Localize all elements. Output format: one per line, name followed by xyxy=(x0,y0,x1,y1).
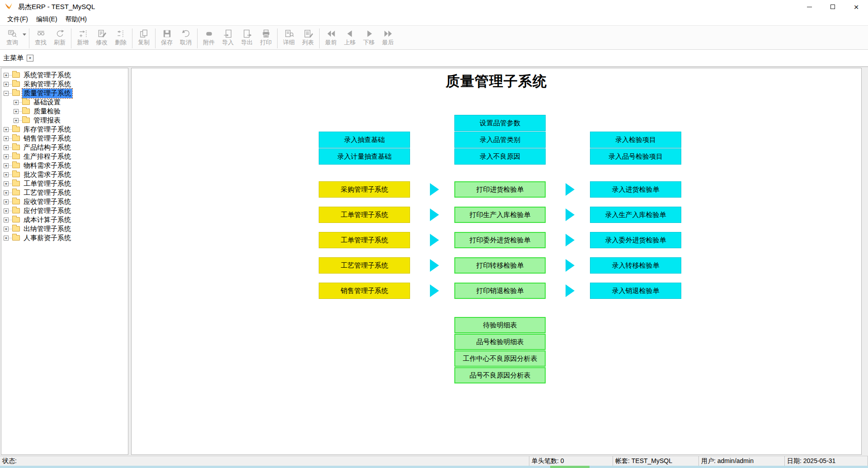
tree-expander[interactable]: + xyxy=(4,208,9,213)
report-button[interactable]: 待验明细表 xyxy=(454,317,546,333)
tree-item[interactable]: +应付管理子系统 xyxy=(1,206,128,215)
toolbar-button-first[interactable]: 最前 xyxy=(321,28,340,46)
menu-item-help[interactable]: 帮助(H) xyxy=(61,14,91,25)
tab-close-icon[interactable]: × xyxy=(27,55,33,61)
toolbar-button-last[interactable]: 最后 xyxy=(378,28,397,46)
flow-arrow-icon xyxy=(566,183,575,196)
config-button[interactable]: 录入计量抽查基础 xyxy=(319,148,410,165)
entry-button[interactable]: 录入销退检验单 xyxy=(590,283,681,299)
toolbar-button-undo[interactable]: 取消 xyxy=(176,28,195,46)
report-button[interactable]: 品号不良原因分析表 xyxy=(454,367,546,383)
tree-connector xyxy=(9,84,12,85)
toolbar-button-find[interactable]: 查找 xyxy=(31,28,50,46)
toolbar-button-attachment[interactable]: 附件 xyxy=(199,28,218,46)
config-button[interactable]: 录入不良原因 xyxy=(454,148,546,165)
tree-item[interactable]: +生产排程子系统 xyxy=(1,152,128,161)
toolbar-button-edit[interactable]: 修改 xyxy=(92,28,111,46)
tree-expander[interactable]: + xyxy=(4,127,9,132)
tree-expander[interactable]: + xyxy=(4,190,9,195)
tree-item[interactable]: +基础设置 xyxy=(1,98,128,107)
tab-main-menu[interactable]: 主菜单 × xyxy=(3,54,33,62)
tree-expander[interactable]: + xyxy=(4,163,9,168)
tree-expander[interactable]: + xyxy=(14,100,19,105)
source-subsystem-button[interactable]: 工单管理子系统 xyxy=(319,207,410,223)
toolbar-button-list[interactable]: 列表 xyxy=(298,28,317,46)
config-button[interactable]: 录入抽查基础 xyxy=(319,132,410,148)
tree-item[interactable]: +库存管理子系统 xyxy=(1,125,128,134)
config-button[interactable]: 设置品管参数 xyxy=(454,115,546,131)
print-button[interactable]: 打印进货检验单 xyxy=(454,181,546,198)
tree-item[interactable]: +批次需求子系统 xyxy=(1,170,128,179)
tree-item[interactable]: +物料需求子系统 xyxy=(1,161,128,170)
report-button[interactable]: 工作中心不良原因分析表 xyxy=(454,350,546,367)
tree-item[interactable]: +产品结构子系统 xyxy=(1,143,128,152)
tree-expander[interactable]: + xyxy=(4,145,9,150)
tree-item[interactable]: +系统管理子系统 xyxy=(1,71,128,80)
toolbar-button-delete[interactable]: 删除 xyxy=(111,28,130,46)
source-subsystem-button[interactable]: 工艺管理子系统 xyxy=(319,257,410,274)
flow-arrow-icon xyxy=(430,208,439,221)
toolbar-button-save[interactable]: 保存 xyxy=(157,28,176,46)
tree-item[interactable]: +工艺管理子系统 xyxy=(1,188,128,197)
entry-button[interactable]: 录入进货检验单 xyxy=(590,181,681,198)
flow-arrow-icon xyxy=(566,284,575,297)
source-subsystem-button[interactable]: 销售管理子系统 xyxy=(319,283,410,299)
print-button[interactable]: 打印生产入库检验单 xyxy=(454,207,546,223)
tree-item-label: 库存管理子系统 xyxy=(22,125,72,134)
tree-item[interactable]: −质量管理子系统 xyxy=(1,89,128,98)
tree-item[interactable]: +出纳管理子系统 xyxy=(1,224,128,233)
entry-button[interactable]: 录入转移检验单 xyxy=(590,257,681,274)
tree-expander[interactable]: + xyxy=(4,199,9,204)
folder-icon xyxy=(12,90,20,96)
tree-expander[interactable]: + xyxy=(4,172,9,177)
toolbar-button-add[interactable]: 新增 xyxy=(73,28,92,46)
tree-expander[interactable]: − xyxy=(4,91,9,96)
tree-item[interactable]: +人事薪资子系统 xyxy=(1,233,128,242)
source-subsystem-button[interactable]: 工单管理子系统 xyxy=(319,232,410,248)
source-subsystem-button[interactable]: 采购管理子系统 xyxy=(319,181,410,198)
toolbar-button-move-down[interactable]: 下移 xyxy=(359,28,378,46)
entry-button[interactable]: 录入生产入库检验单 xyxy=(590,207,681,223)
toolbar-button-move-up[interactable]: 上移 xyxy=(340,28,359,46)
report-button[interactable]: 品号检验明细表 xyxy=(454,334,546,350)
tree-item[interactable]: +采购管理子系统 xyxy=(1,80,128,89)
toolbar-button-export[interactable]: 导出 xyxy=(237,28,256,46)
query-dropdown-caret[interactable] xyxy=(22,33,27,36)
tree-expander[interactable]: + xyxy=(14,109,19,114)
menu-item-edit[interactable]: 编辑(E) xyxy=(32,14,61,25)
toolbar-button-detail[interactable]: 详细 xyxy=(279,28,298,46)
menu-item-file[interactable]: 文件(F) xyxy=(3,14,32,25)
tree-expander[interactable]: + xyxy=(4,154,9,159)
entry-button[interactable]: 录入委外进货检验单 xyxy=(590,232,681,248)
close-button[interactable]: × xyxy=(844,0,868,14)
tree-expander[interactable]: + xyxy=(4,82,9,87)
print-button[interactable]: 打印委外进货检验单 xyxy=(454,232,546,248)
toolbar-button-label: 取消 xyxy=(180,39,192,46)
toolbar-button-import[interactable]: 导入 xyxy=(218,28,237,46)
tree-expander[interactable]: + xyxy=(4,73,9,78)
tree-expander[interactable]: + xyxy=(4,136,9,141)
toolbar-button-print[interactable]: 打印 xyxy=(256,28,275,46)
toolbar-button-copy[interactable]: 复制 xyxy=(134,28,153,46)
tree-expander[interactable]: + xyxy=(4,181,9,186)
tree-expander[interactable]: + xyxy=(4,217,9,222)
tree-expander[interactable]: + xyxy=(14,118,19,123)
window-controls: × xyxy=(797,0,868,14)
maximize-button[interactable] xyxy=(821,0,844,14)
minimize-button[interactable] xyxy=(797,0,821,14)
config-button[interactable]: 录入品号检验项目 xyxy=(590,148,681,165)
tree-item[interactable]: +工单管理子系统 xyxy=(1,179,128,188)
tree-item[interactable]: +应收管理子系统 xyxy=(1,197,128,206)
tree-item[interactable]: +成本计算子系统 xyxy=(1,215,128,224)
tree-item[interactable]: +质量检验 xyxy=(1,107,128,116)
print-button[interactable]: 打印转移检验单 xyxy=(454,257,546,274)
tree-item[interactable]: +销售管理子系统 xyxy=(1,134,128,143)
tree-expander[interactable]: + xyxy=(4,236,9,241)
config-button[interactable]: 录入检验项目 xyxy=(590,132,681,148)
tree-expander[interactable]: + xyxy=(4,227,9,232)
print-button[interactable]: 打印销退检验单 xyxy=(454,283,546,299)
config-button[interactable]: 录入品管类别 xyxy=(454,132,546,148)
tree-item[interactable]: +管理报表 xyxy=(1,116,128,125)
toolbar-button-query[interactable]: 查询 xyxy=(3,28,22,46)
toolbar-button-refresh[interactable]: 刷新 xyxy=(50,28,69,46)
